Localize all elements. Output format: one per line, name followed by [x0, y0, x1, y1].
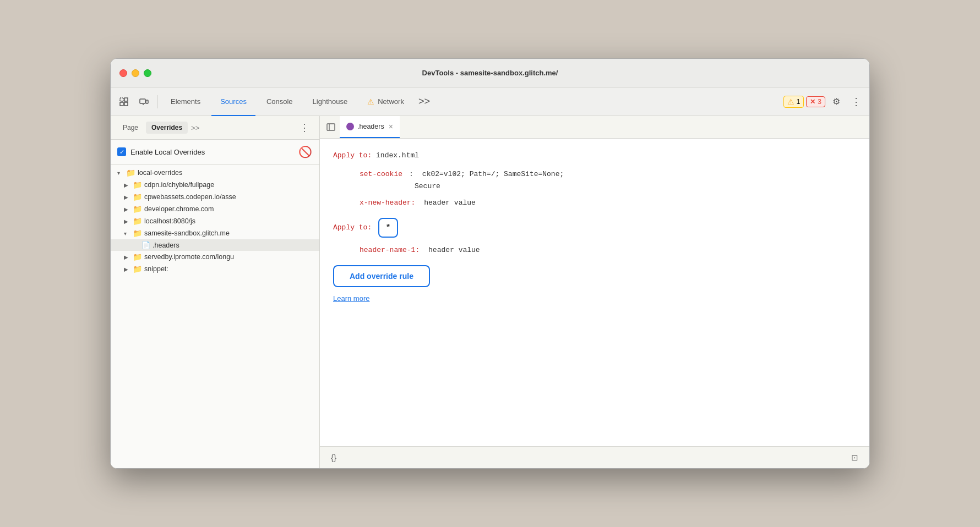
block-icon: 🚫 [298, 145, 312, 158]
list-item[interactable]: ▶ 📁 localhost:8080/js [111, 215, 319, 227]
sidebar-tab-page[interactable]: Page [117, 122, 144, 134]
tab-elements[interactable]: Elements [162, 87, 209, 116]
sidebar-tab-overrides[interactable]: Overrides [146, 122, 188, 134]
settings-icon: ⚙ [832, 96, 840, 107]
format-icon: {} [331, 453, 336, 462]
set-cookie-block: set-cookie : ck02=vl02; Path=/; SameSite… [360, 168, 856, 193]
tab-sources[interactable]: Sources [211, 87, 255, 116]
editor-footer: {} ⊡ [320, 446, 869, 468]
tab-close-button[interactable]: × [389, 122, 393, 131]
format-button[interactable]: {} [326, 451, 341, 464]
x-new-header-value: header value [424, 199, 476, 207]
devtools-window: DevTools - samesite-sandbox.glitch.me/ E… [110, 58, 870, 469]
inspect-mode-button[interactable] [115, 93, 133, 111]
apply-to-section-2: Apply to: * [333, 218, 856, 238]
settings-button[interactable]: ⚙ [827, 93, 845, 111]
apply-to-star-value: * [378, 218, 398, 238]
list-item[interactable]: ▶ 📁 servedby.ipromote.com/longu [111, 251, 319, 263]
learn-more-wrapper: Learn more [333, 293, 856, 305]
set-cookie-line-2: Secure [360, 180, 856, 193]
dock-icon: ⊡ [851, 453, 858, 462]
tree-arrow-icon: ▶ [124, 218, 130, 224]
toolbar-divider-1 [157, 95, 157, 108]
editor-tab-label: .headers [357, 123, 384, 130]
editor-panel: .headers × Apply to: index.html set-cook… [320, 116, 869, 468]
tab-console[interactable]: Console [258, 87, 302, 116]
tree-arrow-icon: ▶ [124, 194, 130, 200]
toolbar-right: ⚠ 1 ✕ 3 ⚙ ⋮ [783, 93, 865, 111]
list-item[interactable]: ▶ 📁 developer.chrome.com [111, 203, 319, 215]
maximize-button[interactable] [144, 69, 151, 77]
list-item[interactable]: ▾ 📁 local-overrides [111, 167, 319, 179]
apply-to-keyword-1: Apply to: [333, 151, 372, 160]
tree-arrow-icon: ▾ [124, 230, 130, 237]
editor-tabs-bar: .headers × [320, 116, 869, 139]
tab-lighthouse[interactable]: Lighthouse [304, 87, 357, 116]
sidebar-tabs: Page Overrides >> ⋮ [111, 116, 319, 140]
network-warning-icon: ⚠ [367, 97, 374, 106]
header-name-1-block: header-name-1: header value [360, 244, 856, 256]
x-new-header-block: x-new-header: header value [360, 197, 856, 209]
tree-arrow-icon: ▶ [124, 266, 130, 272]
folder-icon: 📁 [133, 193, 142, 201]
close-button[interactable] [119, 69, 127, 77]
colon-separator: : [409, 168, 413, 180]
checkbox-checked-icon: ✓ [117, 147, 126, 156]
set-cookie-keyword: set-cookie [360, 168, 402, 180]
list-item[interactable]: ▶ 📄 .headers [111, 239, 319, 251]
warning-badge[interactable]: ⚠ 1 [783, 96, 804, 108]
warning-badge-icon: ⚠ [787, 97, 794, 106]
tab-headers-file[interactable]: .headers × [340, 116, 400, 138]
apply-to-keyword-2: Apply to: [333, 224, 372, 232]
error-badge-icon: ✕ [810, 98, 815, 106]
svg-rect-4 [140, 99, 145, 103]
apply-to-filename: index.html [376, 151, 419, 160]
tree-arrow-icon: ▶ [124, 182, 130, 188]
add-override-rule-button[interactable]: Add override rule [333, 265, 430, 287]
list-item[interactable]: ▾ 📁 samesite-sandbox.glitch.me [111, 227, 319, 239]
main-toolbar: Elements Sources Console Lighthouse ⚠ Ne… [111, 87, 869, 116]
error-badge[interactable]: ✕ 3 [806, 96, 825, 107]
folder-icon: 📁 [133, 205, 142, 213]
sidebar: Page Overrides >> ⋮ ✓ Enable Local Overr… [111, 116, 320, 468]
enable-overrides-checkbox-label[interactable]: ✓ Enable Local Overrides [117, 147, 205, 156]
set-cookie-line-1: set-cookie : ck02=vl02; Path=/; SameSite… [360, 168, 856, 180]
learn-more-link[interactable]: Learn more [333, 294, 369, 303]
file-icon: 📄 [141, 241, 150, 249]
set-cookie-value2: Secure [415, 180, 440, 193]
minimize-button[interactable] [132, 69, 139, 77]
folder-icon: 📁 [133, 229, 142, 238]
header-name-1-label: header-name-1: [360, 246, 420, 254]
enable-overrides-toolbar: ✓ Enable Local Overrides 🚫 [111, 140, 319, 164]
more-tabs-button[interactable]: >> [415, 94, 433, 109]
tree-arrow-icon: ▶ [124, 206, 130, 212]
x-new-header-label: x-new-header: [360, 199, 415, 207]
tab-network[interactable]: ⚠ Network [358, 87, 413, 116]
list-item[interactable]: ▶ 📁 snippet: [111, 263, 319, 275]
sidebar-more-tabs[interactable]: >> [191, 124, 199, 132]
svg-rect-7 [327, 124, 335, 130]
list-item[interactable]: ▶ 📁 cpwebassets.codepen.io/asse [111, 191, 319, 203]
folder-icon: 📁 [133, 180, 142, 189]
list-item[interactable]: ▶ 📁 cdpn.io/chybie/fullpage [111, 179, 319, 191]
tree-arrow-icon: ▶ [124, 254, 130, 260]
folder-icon: 📁 [133, 265, 142, 273]
file-tree: ▾ 📁 local-overrides ▶ 📁 cdpn.io/chybie/f… [111, 164, 319, 468]
warning-count: 1 [797, 98, 801, 106]
svg-rect-2 [120, 102, 123, 106]
dock-button[interactable]: ⊡ [847, 451, 863, 465]
svg-rect-3 [124, 102, 128, 106]
window-title: DevTools - samesite-sandbox.glitch.me/ [422, 69, 558, 77]
window-controls [119, 69, 151, 77]
more-options-button[interactable]: ⋮ [847, 93, 865, 111]
folder-icon: 📁 [133, 217, 142, 226]
apply-to-section-1: Apply to: index.html [333, 150, 856, 162]
header-name-1-value: header value [428, 246, 480, 254]
editor-content: Apply to: index.html set-cookie : ck02=v… [320, 139, 869, 446]
sidebar-menu-button[interactable]: ⋮ [296, 120, 313, 135]
toggle-sidebar-button[interactable] [322, 116, 340, 138]
device-mode-button[interactable] [135, 93, 153, 111]
folder-icon: 📁 [133, 252, 142, 261]
add-override-wrapper: Add override rule [333, 265, 856, 287]
clear-overrides-button[interactable]: 🚫 [297, 144, 313, 160]
